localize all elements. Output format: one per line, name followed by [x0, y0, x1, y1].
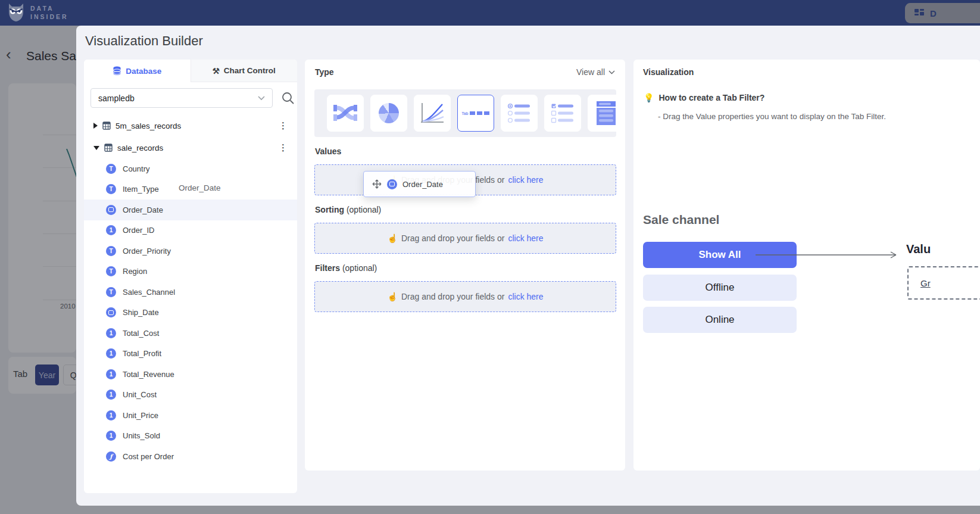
chart-type-strip: Tab — [314, 89, 616, 137]
drag-ghost-card[interactable]: Order_Date — [363, 171, 476, 197]
field-item[interactable]: T Country — [84, 158, 297, 179]
field-label: Unit_Price — [123, 411, 158, 420]
field-item[interactable]: T Region — [84, 261, 297, 282]
search-icon[interactable] — [280, 91, 296, 106]
chart-type-tab-filter[interactable]: Tab — [457, 95, 494, 132]
filters-label: Filters (optional) — [315, 263, 377, 273]
dragged-field-label: Order_Date — [402, 180, 443, 189]
builder-panel: Type View all — [305, 60, 625, 471]
checkbox-list-icon — [550, 102, 575, 124]
database-icon — [113, 66, 121, 76]
field-label: Item_Type — [123, 185, 159, 194]
field-list: T Country T Item_Type Order_Date 1 Order… — [84, 158, 297, 467]
field-type-icon: 1 — [106, 225, 116, 235]
values-label: Values — [315, 147, 341, 156]
chevron-down-icon — [608, 70, 615, 74]
field-type-icon: 1 — [106, 410, 116, 420]
click-here-link[interactable]: click here — [508, 292, 543, 301]
drag-hand-icon: ☝ — [387, 292, 397, 301]
chart-type-pie[interactable] — [370, 95, 407, 132]
filter-button-offline[interactable]: Offline — [643, 275, 797, 301]
brand: DATA INSIDER — [7, 2, 68, 23]
radio-list-icon — [507, 102, 532, 124]
kebab-menu-icon[interactable]: ⋮ — [279, 142, 288, 153]
field-item[interactable]: 1 Order_ID — [84, 220, 297, 241]
table-name: sale_records — [117, 144, 163, 152]
field-type-icon — [106, 307, 116, 317]
field-type-icon: T — [106, 184, 116, 194]
collapse-icon[interactable] — [93, 146, 99, 150]
chart-type-radio-list[interactable] — [501, 95, 538, 132]
dropzone-text: Drag and drop your fields or — [401, 292, 505, 301]
annotation-arrow — [754, 250, 903, 260]
table-item-5m-sales-records[interactable]: 5m_sales_records ⋮ — [84, 117, 297, 135]
date-field-icon — [387, 179, 397, 189]
table-chart-icon — [594, 100, 618, 126]
field-type-icon: T — [106, 287, 116, 297]
field-item[interactable]: Ship_Date — [84, 303, 297, 323]
sankey-chart-icon — [332, 101, 358, 125]
field-item[interactable]: 1 Total_Cost — [84, 323, 297, 344]
click-here-link[interactable]: click here — [508, 175, 543, 185]
dashboard-button-label: D — [930, 8, 937, 18]
field-label: Total_Profit — [123, 349, 161, 358]
owl-logo-icon — [7, 2, 25, 23]
chart-type-line[interactable] — [414, 95, 451, 132]
table-name: 5m_sales_records — [116, 122, 181, 130]
field-type-icon: 1 — [106, 369, 116, 379]
hint-body: - Drag the Value properties you want to … — [658, 112, 886, 121]
move-icon — [372, 179, 382, 189]
panel-tabs: Database ⚒ Chart Control — [84, 60, 297, 82]
drag-hand-icon: ☝ — [387, 233, 397, 243]
brand-name: DATA INSIDER — [30, 4, 68, 21]
chevron-down-icon — [258, 96, 265, 101]
visualization-panel: Visualization 💡 How to create a Tab Filt… — [633, 60, 980, 471]
drag-source-ghost-text: Order_Date — [179, 183, 221, 192]
field-label: Sales_Channel — [123, 288, 175, 297]
click-here-link[interactable]: click here — [508, 233, 543, 243]
field-label: Total_Revenue — [123, 370, 174, 379]
table-icon — [104, 144, 113, 152]
field-type-icon: T — [106, 164, 116, 174]
view-all-label: View all — [576, 67, 605, 77]
field-label: Unit_Cost — [123, 390, 157, 399]
field-label: Total_Cost — [123, 329, 159, 338]
field-item[interactable]: ƒ Cost per Order — [84, 446, 297, 467]
modal-title: Visualization Builder — [85, 33, 203, 49]
filters-dropzone[interactable]: ☝ Drag and drop your fields or click her… — [314, 281, 616, 312]
pie-chart-icon — [379, 103, 399, 123]
filter-button-online[interactable]: Online — [643, 307, 797, 333]
field-label: Order_Priority — [123, 247, 171, 256]
field-type-icon: ƒ — [106, 451, 116, 462]
dashboard-button[interactable]: D — [905, 3, 980, 23]
field-type-icon: 1 — [106, 348, 116, 359]
view-all-dropdown[interactable]: View all — [576, 67, 615, 77]
tab-database-label: Database — [126, 67, 161, 76]
tools-icon: ⚒ — [213, 66, 220, 76]
field-item[interactable]: Order_Date — [84, 200, 297, 220]
tab-database[interactable]: Database — [84, 60, 191, 82]
table-item-sale-records[interactable]: sale_records ⋮ — [84, 139, 297, 157]
field-type-icon: 1 — [106, 328, 116, 338]
visualization-title: Visualization — [643, 67, 694, 77]
field-item[interactable]: 1 Units_Sold — [84, 426, 297, 447]
chart-type-checkbox-list[interactable] — [544, 95, 581, 132]
field-item[interactable]: 1 Total_Profit — [84, 344, 297, 365]
sorting-dropzone[interactable]: ☝ Drag and drop your fields or click her… — [314, 223, 616, 254]
tab-chart-control-label: Chart Control — [224, 66, 276, 75]
chart-type-sankey[interactable] — [327, 95, 364, 132]
expand-icon[interactable] — [93, 123, 98, 129]
chart-type-table[interactable] — [588, 95, 625, 132]
database-select[interactable]: sampledb — [90, 88, 273, 108]
kebab-menu-icon[interactable]: ⋮ — [279, 120, 288, 131]
field-item[interactable]: 1 Total_Revenue — [84, 364, 297, 385]
annotation-value-label: Valu — [906, 242, 931, 256]
tab-filter-icon-text: Tab — [461, 111, 468, 116]
tab-chart-control[interactable]: ⚒ Chart Control — [191, 60, 298, 82]
field-item[interactable]: T Order_Priority — [84, 241, 297, 261]
annotation-group-label[interactable]: Gr — [920, 278, 931, 288]
field-item[interactable]: 1 Unit_Cost — [84, 385, 297, 406]
field-label: Region — [123, 267, 147, 276]
field-item[interactable]: 1 Unit_Price — [84, 405, 297, 426]
field-item[interactable]: T Sales_Channel — [84, 282, 297, 303]
